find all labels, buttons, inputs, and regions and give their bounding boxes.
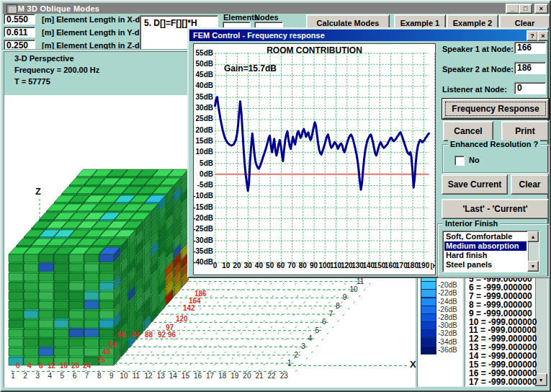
speaker2-label: Speaker 2 at Node: [442, 65, 514, 74]
legend-swatch [421, 329, 436, 338]
maximize-button[interactable]: □ [519, 4, 532, 14]
y-tick-label: -30dB [194, 236, 213, 244]
legend-row: -36dB [418, 346, 462, 354]
response-curve [215, 97, 429, 191]
legend-label: -26dB [438, 306, 457, 313]
legend-row: -20dB [418, 281, 462, 289]
x-tick-label: 80 [299, 262, 308, 270]
legend-row: -34dB [418, 338, 462, 346]
scroll-down-icon[interactable]: ▼ [527, 261, 539, 272]
x-tick-label: 190 [418, 262, 430, 270]
legend-label: -28dB [438, 313, 457, 321]
perspective-frequency: Frequency = 200.00 Hz [14, 66, 99, 74]
frequency-response-button[interactable]: Frequency Response [442, 99, 549, 119]
y-tick-label: -10dB [194, 192, 213, 200]
legend-label: -34dB [438, 338, 457, 346]
legend-row: -30dB [418, 321, 462, 329]
formula-text: 5. D[]=F[][]*H [144, 18, 197, 28]
legend-swatch [421, 321, 436, 330]
perspective-title: 3-D Perspective [14, 54, 74, 63]
y-tick-label: 25dB [196, 115, 213, 122]
node-value-item[interactable]: 17 = -999.000000 [469, 377, 537, 387]
legend-label: -36dB [438, 346, 457, 354]
minimize-button[interactable]: _ [506, 4, 519, 14]
y-tick-label: 45dB [196, 71, 213, 79]
speaker1-input[interactable]: 166 [514, 42, 546, 54]
interior-finish-item[interactable]: Medium absorption [444, 241, 527, 251]
enhanced-resolution-group: Enhanced Resolution ? No [442, 144, 549, 173]
listener-input[interactable]: 0 [514, 82, 546, 94]
enhanced-resolution-checkbox-label[interactable]: No [469, 156, 480, 164]
y-tick-label: -40dB [194, 258, 213, 266]
y-tick-label: 55dB [196, 49, 213, 57]
x-tick-label: 30 [244, 262, 253, 270]
y-tick-label: 30dB [196, 104, 213, 112]
interior-finish-item[interactable]: Soft, Comfortable [444, 232, 527, 241]
save-current-button[interactable]: Save Current [442, 174, 508, 195]
x-tick-label: 20 [233, 262, 241, 270]
x-tick-label: 40 [255, 262, 264, 270]
print-button[interactable]: Print [501, 121, 549, 141]
x-tick-label: 50 [266, 262, 274, 270]
frequency-response-dialog: FEM Control - Frequency response ? × ROO… [187, 27, 549, 278]
y-tick-label: 20dB [196, 126, 213, 134]
speaker2-input[interactable]: 186 [514, 62, 546, 74]
y-tick-label: 10dB [196, 148, 213, 156]
x-tick-label: 70 [288, 262, 297, 270]
y-tick-label: 35dB [196, 93, 213, 101]
elements-label: Elements [223, 13, 259, 22]
node-value-list[interactable]: ▼ 5 = -999.0000006 = -999.0000007 = -999… [465, 270, 548, 387]
y-tick-label: 50dB [196, 60, 213, 68]
last-minus-current-button[interactable]: 'Last' - 'Current' [442, 199, 549, 219]
y-tick-label: -25dB [194, 225, 213, 233]
y-tick-label: 40dB [196, 81, 213, 89]
legend-row: -32dB [418, 329, 462, 337]
close-button[interactable]: × [534, 4, 548, 14]
x-tick-label: 10 [222, 262, 230, 270]
dialog-help-button[interactable]: ? [527, 30, 538, 41]
listener-label: Listener at Node: [442, 85, 507, 94]
legend-swatch [421, 306, 436, 314]
legend-label: -32dB [438, 329, 457, 337]
element-length-y-input[interactable]: 0.611 [4, 27, 35, 37]
clear-button[interactable]: Clear [511, 174, 549, 195]
interior-finish-item[interactable]: Hard finish [444, 251, 527, 260]
frequency-chart: 55dB50dB45dB40dB35dB30dB25dB20dB15dB10dB… [194, 44, 435, 275]
legend-label: -20dB [438, 281, 457, 289]
y-tick-label: 5dB [200, 159, 213, 167]
app-window: FEM 3D Oblique Modes _ □ × 0.550 [m] Ele… [0, 0, 551, 392]
dialog-titlebar[interactable]: FEM Control - Frequency response [189, 30, 547, 41]
x-axis-unit: [Hz] [431, 262, 435, 270]
legend-swatch [421, 346, 436, 355]
legend-label: -24dB [438, 298, 457, 306]
legend-row: -24dB [418, 298, 462, 306]
legend-swatch [421, 289, 436, 298]
legend-swatch [421, 313, 436, 322]
y-tick-label: 0dB [200, 170, 213, 178]
legend-swatch [421, 298, 436, 306]
x-tick-label: 90 [310, 262, 318, 270]
y-tick-label: -5dB [197, 181, 213, 189]
y-tick-label: -15dB [194, 203, 213, 211]
legend-swatch [421, 338, 436, 347]
interior-finish-listbox[interactable]: ▲ ▼ Soft, ComfortableMedium absorptionHa… [442, 231, 539, 272]
cancel-button[interactable]: Cancel [443, 121, 493, 141]
main-titlebar: FEM 3D Oblique Modes [3, 3, 550, 14]
enhanced-resolution-caption: Enhanced Resolution ? [448, 140, 540, 148]
legend-label: -22dB [438, 289, 457, 297]
y-tick-label: 15dB [196, 137, 213, 145]
node-list-scrollbar[interactable] [535, 270, 547, 386]
scroll-up-icon[interactable]: ▲ [527, 231, 539, 242]
interior-finish-caption: Interior Finish [443, 219, 500, 228]
dialog-title: FEM Control - Frequency response [193, 31, 325, 40]
y-tick-label: -35dB [194, 247, 213, 255]
window-bottom-border [1, 388, 551, 392]
legend-row: -28dB [418, 313, 462, 321]
enhanced-resolution-checkbox[interactable] [454, 156, 465, 166]
element-length-x-input[interactable]: 0.550 [4, 14, 35, 24]
dialog-close-button[interactable]: × [537, 30, 549, 41]
y-tick-label: -20dB [194, 214, 213, 222]
legend-swatch [421, 281, 436, 290]
interior-finish-item[interactable]: Steel panels [444, 260, 527, 270]
nodes-label: Nodes [254, 13, 279, 22]
